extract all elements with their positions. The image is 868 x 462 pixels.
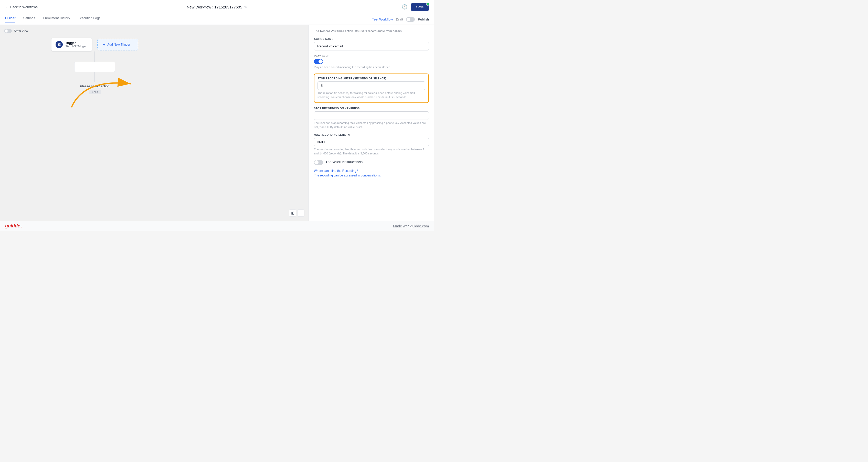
stop-recording-hint: The duration (in seconds) for waiting fo…	[317, 91, 425, 99]
right-panel: The Record Voicemail action lets users r…	[309, 25, 434, 221]
stats-view-label: Stats View	[14, 29, 28, 33]
stop-keypress-group: STOP RECORDING ON KEYPRESS The user can …	[314, 107, 429, 129]
app-header: ← Back to Workflows New Workflow : 17152…	[0, 0, 434, 14]
tab-execution-logs[interactable]: Execution Logs	[78, 16, 101, 23]
history-icon[interactable]: 🕐	[402, 4, 407, 10]
play-beep-group: PLAY BEEP Plays a beep sound indicating …	[314, 55, 429, 69]
workflow-title: New Workflow : 1715283177605 ✎	[187, 5, 247, 9]
max-recording-hint: The maximum recording length in seconds.…	[314, 147, 429, 156]
main-area: Stats View ☎ Trigger Start IVR Trigger +…	[0, 25, 434, 221]
play-beep-hint: Plays a beep sound indicating the record…	[314, 65, 429, 69]
header-actions: 🕐 Save	[402, 3, 429, 11]
panel-intro-text: The Record Voicemail action lets users r…	[314, 29, 429, 34]
action-select-area: Please select action END	[80, 84, 110, 94]
tab-settings[interactable]: Settings	[23, 16, 35, 23]
stop-recording-input[interactable]	[317, 82, 425, 90]
workflow-canvas[interactable]: Stats View ☎ Trigger Start IVR Trigger +…	[0, 25, 309, 221]
stop-recording-highlighted-group: STOP RECORDING AFTER (SECONDS OF SILENCE…	[314, 73, 429, 103]
voice-instructions-label: ADD VOICE INSTRUCTIONS	[326, 161, 363, 164]
publish-button[interactable]: Publish	[418, 18, 429, 21]
stop-recording-label: STOP RECORDING AFTER (SECONDS OF SILENCE…	[317, 77, 425, 80]
guidde-logo: guidde .	[5, 223, 22, 229]
action-name-group: ACTION NAME	[314, 38, 429, 51]
trigger-row: ☎ Trigger Start IVR Trigger + Add New Tr…	[51, 38, 138, 52]
zoom-controls: ⋭ −	[289, 210, 304, 217]
draft-publish-toggle[interactable]	[406, 17, 415, 22]
play-beep-row	[314, 59, 429, 64]
guidde-period: .	[21, 223, 22, 229]
made-with-text: Made with guidde.com	[393, 224, 429, 228]
zoom-out-button[interactable]: −	[297, 210, 304, 217]
stop-keypress-label: STOP RECORDING ON KEYPRESS	[314, 107, 429, 110]
stop-keypress-input[interactable]	[314, 112, 429, 120]
zoom-in-button[interactable]: ⋭	[289, 210, 296, 217]
back-label: Back to Workflows	[10, 5, 38, 9]
add-trigger-label: Add New Trigger	[107, 43, 130, 47]
test-workflow-button[interactable]: Test Workflow	[372, 18, 393, 21]
max-recording-label: MAX RECORDING LENGTH	[314, 133, 429, 136]
trigger-title: Trigger	[65, 41, 86, 45]
recording-access-link[interactable]: The recording can be accessed in convers…	[314, 174, 429, 177]
stats-toggle-area: Stats View	[4, 29, 28, 33]
trigger-subtitle: Start IVR Trigger	[65, 45, 86, 48]
back-to-workflows-button[interactable]: ← Back to Workflows	[5, 5, 38, 9]
voice-instructions-row: ADD VOICE INSTRUCTIONS	[314, 160, 429, 165]
add-new-trigger-button[interactable]: + Add New Trigger	[97, 39, 138, 51]
workflow-nodes: ☎ Trigger Start IVR Trigger + Add New Tr…	[51, 38, 138, 94]
trigger-node[interactable]: ☎ Trigger Start IVR Trigger	[51, 38, 92, 52]
save-button[interactable]: Save	[411, 3, 429, 11]
guidde-logo-text: guidde	[5, 223, 20, 229]
trigger-text: Trigger Start IVR Trigger	[65, 41, 86, 48]
action-select-label: Please select action	[80, 84, 110, 88]
connector-box	[74, 62, 115, 72]
tab-enrollment-history[interactable]: Enrollment History	[43, 16, 70, 23]
end-badge: END	[89, 90, 101, 94]
stats-view-toggle[interactable]	[4, 29, 12, 33]
connector-line-1	[94, 52, 95, 62]
stop-keypress-hint: The user can stop recording their voicem…	[314, 121, 429, 129]
action-name-input[interactable]	[314, 42, 429, 51]
bottom-bar: guidde . Made with guidde.com	[0, 221, 434, 231]
play-beep-label: PLAY BEEP	[314, 55, 429, 57]
edit-title-icon[interactable]: ✎	[244, 5, 247, 9]
tabs-bar: Builder Settings Enrollment History Exec…	[0, 14, 434, 25]
tabs-right-actions: Test Workflow Draft Publish	[372, 17, 429, 22]
plus-icon: +	[103, 42, 105, 47]
max-recording-input[interactable]	[314, 138, 429, 146]
action-name-label: ACTION NAME	[314, 38, 429, 40]
voice-instructions-toggle[interactable]	[314, 160, 323, 165]
recording-location-link[interactable]: Where can I find the Recording?	[314, 169, 429, 173]
connector-line-2	[94, 72, 95, 82]
tab-builder[interactable]: Builder	[5, 16, 16, 23]
trigger-icon: ☎	[56, 41, 63, 48]
back-arrow-icon: ←	[5, 5, 9, 9]
draft-label: Draft	[396, 18, 403, 21]
max-recording-group: MAX RECORDING LENGTH The maximum recordi…	[314, 133, 429, 156]
play-beep-toggle[interactable]	[314, 59, 323, 64]
